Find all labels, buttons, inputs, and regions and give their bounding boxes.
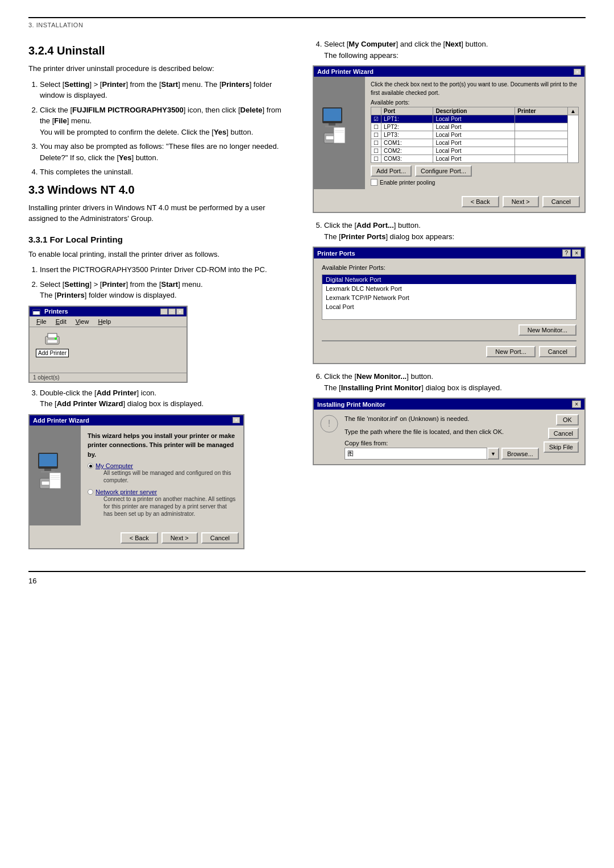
svg-rect-4: [48, 333, 57, 338]
skip-file-btn[interactable]: Skip File: [544, 441, 579, 453]
menu-help[interactable]: Help: [93, 318, 115, 326]
port-checkbox[interactable]: ☐: [371, 131, 381, 139]
wizard-next-btn-1[interactable]: Next >: [161, 532, 198, 544]
wizard-content-2: Click the check box next to the port(s) …: [365, 77, 584, 189]
copy-files-dropdown-btn[interactable]: ▼: [487, 448, 499, 460]
ports-dialog-titlebar: Printer Ports ? ×: [314, 248, 584, 258]
radio-my-computer-desc: All settings will be managed and configu…: [103, 469, 237, 484]
configure-port-btn[interactable]: Configure Port...: [415, 165, 472, 177]
wizard-next-btn-2[interactable]: Next >: [503, 196, 539, 207]
ports-close-btn[interactable]: ×: [572, 249, 581, 257]
browse-btn[interactable]: Browse...: [501, 448, 539, 460]
close-btn[interactable]: ×: [176, 308, 184, 315]
monitor-cancel-btn[interactable]: Cancel: [548, 428, 579, 439]
add-printer-wizard-1: Add Printer Wizard ×: [28, 414, 244, 550]
copy-files-input[interactable]: 图: [345, 448, 487, 460]
ports-help-btn[interactable]: ?: [562, 249, 571, 257]
monitor-title: Installing Print Monitor: [317, 401, 385, 408]
svg-rect-8: [44, 469, 51, 471]
step5-list: Click the [Add Port...] button. The [Pri…: [324, 220, 586, 242]
port-name: COM2:: [381, 147, 433, 155]
printers-menubar: File Edit View Help: [30, 316, 186, 327]
ports-dialog-body: Available Printer Ports: Digital Network…: [314, 258, 584, 363]
port-printer: [515, 123, 568, 131]
printer-icon: [43, 332, 61, 348]
list-item: Select [Setting] > [Printer] from the [S…: [40, 279, 290, 301]
printers-title: Printers: [32, 308, 68, 315]
checkbox-pooling[interactable]: [371, 179, 377, 186]
list-item[interactable]: Digital Network Port: [322, 275, 576, 284]
list-item: Click the [FUJIFILM PICTROGRAPHY3500] ic…: [40, 105, 290, 138]
port-checkbox[interactable]: ☑: [371, 115, 381, 123]
maximize-btn[interactable]: □: [168, 308, 176, 315]
table-row[interactable]: ☐ COM2: Local Port: [371, 147, 579, 155]
copy-files-value: 图: [347, 450, 354, 457]
list-item: Double-click the [Add Printer] icon. The…: [40, 387, 290, 410]
section-header: 3. INSTALLATION: [28, 22, 586, 28]
port-name: LPT1:: [381, 115, 433, 123]
svg-rect-7: [39, 454, 57, 466]
radio-my-computer-label: My Computer: [96, 462, 237, 469]
right-column: Select [My Computer] and click the [Next…: [313, 39, 586, 554]
page-number: 16: [28, 577, 586, 585]
list-item[interactable]: Local Port: [322, 302, 576, 311]
menu-file[interactable]: File: [32, 318, 51, 326]
table-row[interactable]: ☐ LPT3: Local Port: [371, 131, 579, 139]
copy-files-row: 图 ▼ Browse...: [345, 448, 539, 460]
radio-network-desc: Connect to a printer on another machine.…: [103, 495, 237, 518]
step4-list: Select [My Computer] and click the [Next…: [324, 39, 586, 61]
port-printer: [515, 155, 568, 163]
list-item[interactable]: Lexmark DLC Network Port: [322, 284, 576, 293]
wizard-back-btn-2[interactable]: < Back: [462, 196, 499, 207]
menu-edit[interactable]: Edit: [51, 318, 71, 326]
monitor-close-btn[interactable]: ×: [572, 400, 581, 408]
port-desc: Local Port: [433, 139, 515, 147]
table-row[interactable]: ☑ LPT1: Local Port: [371, 115, 579, 123]
svg-rect-22: [334, 127, 345, 143]
monitor-titlebar: Installing Print Monitor ×: [314, 399, 584, 410]
svg-rect-14: [51, 477, 60, 478]
radio-network[interactable]: Network printer server Connect to a prin…: [88, 489, 237, 518]
port-printer: [515, 139, 568, 147]
list-item[interactable]: Lexmark TCP/IP Network Port: [322, 293, 576, 302]
port-checkbox[interactable]: ☐: [371, 123, 381, 131]
add-port-btn[interactable]: Add Port...: [371, 165, 412, 177]
table-row[interactable]: ☐ COM1: Local Port: [371, 139, 579, 147]
wizard-close-1[interactable]: ×: [233, 417, 240, 423]
port-checkbox[interactable]: ☐: [371, 139, 381, 147]
port-desc: Local Port: [433, 155, 515, 163]
wizard-buttons-1: < Back Next > Cancel: [30, 530, 243, 548]
port-name: COM3:: [381, 155, 433, 163]
port-checkbox[interactable]: ☐: [371, 147, 381, 155]
radio-network-label: Network printer server: [96, 489, 237, 495]
table-row[interactable]: ☐ LPT2: Local Port: [371, 123, 579, 131]
port-desc: Local Port: [433, 131, 515, 139]
radio-my-computer-dot[interactable]: [88, 463, 93, 469]
svg-rect-12: [49, 473, 61, 489]
wizard-cancel-btn-2[interactable]: Cancel: [542, 196, 580, 207]
radio-network-dot[interactable]: [88, 489, 93, 495]
wizard-title-1: Add Printer Wizard: [33, 417, 89, 424]
monitor-message: The file 'monitor.inf' on (Unknown) is n…: [345, 414, 539, 424]
ports-cancel-btn[interactable]: Cancel: [539, 346, 576, 357]
table-row[interactable]: ☐ COM3: Local Port: [371, 155, 579, 163]
monitor-icon: !: [320, 414, 339, 433]
menu-view[interactable]: View: [71, 318, 94, 326]
monitor-content: The file 'monitor.inf' on (Unknown) is n…: [345, 414, 539, 460]
port-checkbox[interactable]: ☐: [371, 155, 381, 163]
radio-my-computer[interactable]: My Computer All settings will be managed…: [88, 462, 237, 484]
minimize-btn[interactable]: _: [160, 308, 168, 315]
new-port-btn[interactable]: New Port...: [486, 346, 535, 357]
wizard-back-btn-1[interactable]: < Back: [121, 532, 158, 544]
installing-print-monitor-dialog: Installing Print Monitor × ! The file 'm…: [313, 398, 586, 465]
wizard-cancel-btn-1[interactable]: Cancel: [201, 532, 239, 544]
available-ports-label: Available ports:: [371, 99, 579, 106]
wizard-close-2[interactable]: ×: [574, 69, 581, 75]
port-desc: Local Port: [433, 123, 515, 131]
add-printer-icon[interactable]: Add Printer: [35, 332, 69, 357]
printers-titlebar: Printers _ □ ×: [30, 307, 186, 316]
printers-controls: _ □ ×: [160, 308, 184, 315]
monitor-ok-btn[interactable]: OK: [556, 414, 579, 425]
port-desc: Local Port: [433, 147, 515, 155]
new-monitor-btn[interactable]: New Monitor...: [518, 324, 576, 336]
